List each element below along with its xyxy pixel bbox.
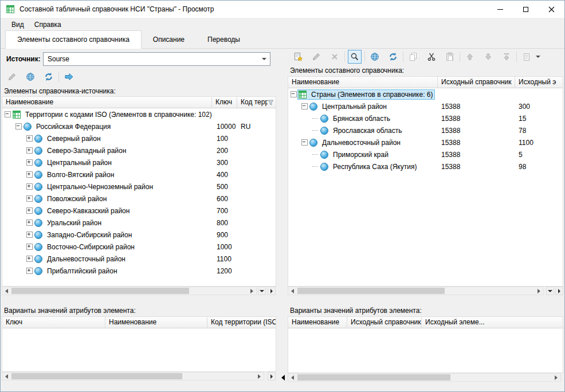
expander-icon[interactable] [312,124,319,136]
expander-icon[interactable] [26,217,33,229]
filter-funnel-icon[interactable] [268,100,274,105]
maximize-button[interactable] [513,1,539,18]
column-header-name[interactable]: Наименование [288,317,347,328]
cut-button[interactable] [425,50,438,64]
tree-row[interactable]: Восточно-Сибирский район 1000 [2,241,276,253]
tab-description[interactable]: Описание [142,31,196,48]
expander-icon[interactable] [26,265,33,277]
expander-icon[interactable] [26,253,33,265]
clipboard-history-button[interactable] [520,50,533,64]
tree-row[interactable]: Прибалтийский район 1200 [2,265,276,277]
column-header-name[interactable]: Наименование [2,97,212,108]
tree-row[interactable]: Северный район 100 [2,132,276,144]
column-header-key[interactable]: Ключ [212,97,237,108]
column-header-name[interactable]: Наименование [288,77,438,88]
open-in-target-button[interactable] [62,70,76,84]
scroll-track[interactable] [11,373,255,380]
tree-row[interactable]: Центрально-Черноземный район 500 [2,181,276,193]
paste-button[interactable] [443,50,457,64]
scroll-right-button[interactable] [552,374,560,381]
scroll-left-button[interactable] [2,287,11,295]
delete-element-button[interactable] [328,50,342,64]
copy-button[interactable] [406,50,420,64]
expander-icon[interactable] [312,148,319,160]
move-down-button[interactable] [481,50,495,64]
tree-row[interactable]: Северо-Западный район 200 [2,144,276,156]
toolbar-overflow-button[interactable] [533,50,543,64]
edit-element-button[interactable] [309,50,323,64]
tab-elements[interactable]: Элементы составного справочника [5,30,142,49]
tree-row[interactable]: Западно-Сибирский район 900 [2,229,276,241]
panel-splitter[interactable] [281,49,285,391]
source-combobox[interactable]: Sourse [43,52,270,66]
column-header-code[interactable]: Код территории (ISO [207,317,276,328]
scroll-track[interactable] [297,374,552,381]
tree-row[interactable]: Российская Федерация 10000 RU [2,120,276,132]
column-chooser-button[interactable] [258,287,266,295]
expander-icon[interactable] [26,193,33,205]
tree-row[interactable]: Уральский район 800 [2,217,276,229]
tree-row[interactable]: Брянская область 15388 15 [288,112,563,124]
collapse-splitter-button[interactable] [281,373,285,382]
menu-help[interactable]: Справка [29,18,66,31]
expander-icon[interactable] [26,229,33,241]
search-button[interactable] [348,50,362,64]
scroll-left-button[interactable] [2,373,11,380]
move-top-button[interactable] [500,50,513,64]
expander-icon[interactable] [312,112,319,124]
expander-icon[interactable] [26,205,33,217]
expander-icon[interactable] [301,100,308,112]
scroll-right-button[interactable] [535,287,543,295]
tree-row[interactable]: Волго-Вятский район 400 [2,168,276,181]
expander-icon[interactable] [26,132,33,144]
composite-tree-hscrollbar[interactable] [288,287,544,295]
expander-icon[interactable] [26,156,33,168]
tree-row[interactable]: Центральный район 15388 300 [288,100,563,112]
scroll-track[interactable] [297,287,535,295]
expand-panel-button[interactable] [268,372,276,381]
column-header-source-ref[interactable]: Исходный справочник [347,317,422,328]
scroll-left-button[interactable] [288,374,297,381]
tab-translations[interactable]: Переводы [196,31,252,48]
scroll-thumb[interactable] [11,373,182,379]
source-tree-hscrollbar[interactable] [2,287,257,295]
column-header-name[interactable]: Наименование [105,317,207,328]
expander-icon[interactable] [26,181,33,193]
scroll-left-button[interactable] [288,287,297,295]
move-up-button[interactable] [463,50,477,64]
refresh-button[interactable] [42,70,56,84]
column-header-source-elem[interactable]: Исходный э [515,77,563,88]
add-element-button[interactable] [291,50,305,64]
expander-icon[interactable] [291,88,297,100]
expander-icon[interactable] [26,144,33,156]
tree-row[interactable]: Территории с кодами ISO (Элементов в спр… [2,108,276,120]
scroll-right-button[interactable] [248,287,256,295]
expander-icon[interactable] [301,136,308,148]
column-header-source-elem[interactable]: Исходный элеме... [422,317,563,328]
expand-panel-button[interactable] [555,287,563,295]
column-header-code[interactable]: Код терр [237,97,276,108]
scroll-track[interactable] [11,287,248,295]
tree-row[interactable]: Северо-Кавказский район 700 [2,205,276,217]
refresh-button[interactable] [386,50,400,64]
expander-icon[interactable] [26,241,33,253]
tree-row[interactable]: Дальневосточный район 15388 1100 [288,136,563,148]
tree-row[interactable]: Приморский край 15388 5 [288,148,563,160]
menu-view[interactable]: Вид [6,18,29,31]
tree-row[interactable]: Поволжский район 600 [2,193,276,205]
tree-row[interactable]: Центральный район 300 [2,156,276,168]
scroll-thumb[interactable] [297,288,445,294]
column-chooser-button[interactable] [546,287,554,295]
scroll-thumb[interactable] [11,288,189,294]
expander-icon[interactable] [26,168,33,181]
scroll-right-button[interactable] [255,373,264,380]
column-header-source-ref[interactable]: Исходный справочник [438,77,515,88]
tree-row[interactable]: Республика Саха (Якутия) 15388 98 [288,160,563,173]
expander-icon[interactable] [15,120,22,132]
scroll-thumb[interactable] [297,374,450,381]
tree-row[interactable]: Дальневосточный район 1100 [2,253,276,265]
tree-row[interactable]: Ярославская область 15388 78 [288,124,563,136]
expander-icon[interactable] [312,160,319,173]
expand-panel-button[interactable] [268,287,276,295]
sync-source-button[interactable] [23,70,37,84]
